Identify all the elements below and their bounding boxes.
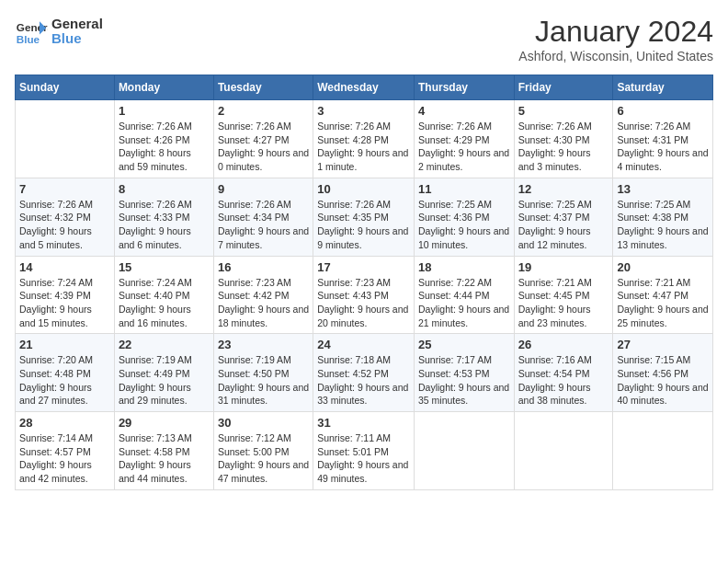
calendar-cell: 20Sunrise: 7:21 AMSunset: 4:47 PMDayligh… — [613, 256, 713, 334]
day-number: 13 — [617, 182, 709, 196]
day-number: 3 — [317, 104, 410, 118]
header: General Blue General Blue January 2024 A… — [15, 15, 713, 63]
day-info: Sunrise: 7:26 AMSunset: 4:31 PMDaylight:… — [617, 120, 709, 174]
day-number: 28 — [19, 416, 110, 430]
day-info: Sunrise: 7:26 AMSunset: 4:28 PMDaylight:… — [317, 120, 410, 174]
day-info: Sunrise: 7:18 AMSunset: 4:52 PMDaylight:… — [317, 353, 410, 408]
calendar-cell: 28Sunrise: 7:14 AMSunset: 4:57 PMDayligh… — [16, 412, 115, 490]
day-info: Sunrise: 7:26 AMSunset: 4:33 PMDaylight:… — [119, 198, 210, 252]
location-title: Ashford, Wisconsin, United States — [518, 49, 713, 63]
day-number: 29 — [119, 416, 210, 430]
day-number: 31 — [317, 416, 410, 430]
day-number: 10 — [317, 182, 410, 196]
day-number: 14 — [19, 260, 110, 274]
day-info: Sunrise: 7:16 AMSunset: 4:54 PMDaylight:… — [518, 353, 609, 408]
day-number: 24 — [317, 338, 410, 351]
calendar-cell: 17Sunrise: 7:23 AMSunset: 4:43 PMDayligh… — [313, 256, 415, 334]
day-info: Sunrise: 7:14 AMSunset: 4:57 PMDaylight:… — [19, 431, 110, 486]
day-number: 9 — [218, 182, 309, 196]
day-header-sunday: Sunday — [16, 75, 115, 100]
day-number: 6 — [617, 104, 709, 118]
calendar-cell: 23Sunrise: 7:19 AMSunset: 4:50 PMDayligh… — [213, 334, 313, 412]
day-info: Sunrise: 7:24 AMSunset: 4:40 PMDaylight:… — [119, 276, 210, 330]
day-number: 19 — [518, 260, 609, 274]
calendar-cell — [414, 412, 514, 490]
day-number: 16 — [218, 260, 309, 274]
day-number: 20 — [617, 260, 709, 274]
day-info: Sunrise: 7:24 AMSunset: 4:39 PMDaylight:… — [19, 276, 110, 330]
day-number: 27 — [617, 338, 709, 351]
day-number: 12 — [518, 182, 609, 196]
logo-icon: General Blue — [15, 15, 48, 48]
day-info: Sunrise: 7:15 AMSunset: 4:56 PMDaylight:… — [617, 353, 709, 408]
day-number: 23 — [218, 338, 309, 351]
day-info: Sunrise: 7:17 AMSunset: 4:53 PMDaylight:… — [418, 353, 510, 408]
calendar-cell: 21Sunrise: 7:20 AMSunset: 4:48 PMDayligh… — [16, 334, 115, 412]
day-number: 7 — [19, 182, 110, 196]
logo-general: General — [51, 17, 103, 32]
calendar-cell: 30Sunrise: 7:12 AMSunset: 5:00 PMDayligh… — [213, 412, 313, 490]
day-number: 25 — [418, 338, 510, 351]
calendar-cell: 1Sunrise: 7:26 AMSunset: 4:26 PMDaylight… — [114, 100, 213, 178]
day-header-saturday: Saturday — [613, 75, 713, 100]
calendar-cell: 11Sunrise: 7:25 AMSunset: 4:36 PMDayligh… — [414, 178, 514, 256]
week-row-1: 1Sunrise: 7:26 AMSunset: 4:26 PMDaylight… — [16, 100, 713, 178]
calendar-cell: 3Sunrise: 7:26 AMSunset: 4:28 PMDaylight… — [313, 100, 415, 178]
calendar-cell: 16Sunrise: 7:23 AMSunset: 4:42 PMDayligh… — [213, 256, 313, 334]
day-info: Sunrise: 7:19 AMSunset: 4:50 PMDaylight:… — [218, 353, 309, 408]
week-row-5: 28Sunrise: 7:14 AMSunset: 4:57 PMDayligh… — [16, 412, 713, 490]
day-info: Sunrise: 7:22 AMSunset: 4:44 PMDaylight:… — [418, 276, 510, 330]
day-number: 30 — [218, 416, 309, 430]
day-info: Sunrise: 7:23 AMSunset: 4:42 PMDaylight:… — [218, 276, 309, 330]
day-info: Sunrise: 7:19 AMSunset: 4:49 PMDaylight:… — [119, 353, 210, 408]
day-header-friday: Friday — [514, 75, 613, 100]
day-info: Sunrise: 7:11 AMSunset: 5:01 PMDaylight:… — [317, 431, 410, 486]
calendar-cell: 24Sunrise: 7:18 AMSunset: 4:52 PMDayligh… — [313, 334, 415, 412]
calendar-cell: 19Sunrise: 7:21 AMSunset: 4:45 PMDayligh… — [514, 256, 613, 334]
day-info: Sunrise: 7:20 AMSunset: 4:48 PMDaylight:… — [19, 353, 110, 408]
day-info: Sunrise: 7:12 AMSunset: 5:00 PMDaylight:… — [218, 431, 309, 486]
calendar-cell — [16, 100, 115, 178]
day-number: 11 — [418, 182, 510, 196]
day-info: Sunrise: 7:23 AMSunset: 4:43 PMDaylight:… — [317, 276, 410, 330]
calendar-cell: 22Sunrise: 7:19 AMSunset: 4:49 PMDayligh… — [114, 334, 213, 412]
day-info: Sunrise: 7:21 AMSunset: 4:47 PMDaylight:… — [617, 276, 709, 330]
day-number: 18 — [418, 260, 510, 274]
calendar-cell: 25Sunrise: 7:17 AMSunset: 4:53 PMDayligh… — [414, 334, 514, 412]
day-info: Sunrise: 7:13 AMSunset: 4:58 PMDaylight:… — [119, 431, 210, 486]
week-row-2: 7Sunrise: 7:26 AMSunset: 4:32 PMDaylight… — [16, 178, 713, 256]
calendar-cell — [613, 412, 713, 490]
logo: General Blue General Blue — [15, 15, 103, 48]
day-info: Sunrise: 7:26 AMSunset: 4:34 PMDaylight:… — [218, 198, 309, 252]
calendar-cell: 8Sunrise: 7:26 AMSunset: 4:33 PMDaylight… — [114, 178, 213, 256]
day-info: Sunrise: 7:25 AMSunset: 4:36 PMDaylight:… — [418, 198, 510, 252]
day-info: Sunrise: 7:21 AMSunset: 4:45 PMDaylight:… — [518, 276, 609, 330]
calendar-cell: 14Sunrise: 7:24 AMSunset: 4:39 PMDayligh… — [16, 256, 115, 334]
calendar-cell: 5Sunrise: 7:26 AMSunset: 4:30 PMDaylight… — [514, 100, 613, 178]
calendar-cell: 13Sunrise: 7:25 AMSunset: 4:38 PMDayligh… — [613, 178, 713, 256]
day-header-monday: Monday — [114, 75, 213, 100]
calendar-cell: 7Sunrise: 7:26 AMSunset: 4:32 PMDaylight… — [16, 178, 115, 256]
calendar-cell: 10Sunrise: 7:26 AMSunset: 4:35 PMDayligh… — [313, 178, 415, 256]
day-number: 22 — [119, 338, 210, 351]
day-number: 17 — [317, 260, 410, 274]
calendar-cell: 26Sunrise: 7:16 AMSunset: 4:54 PMDayligh… — [514, 334, 613, 412]
day-info: Sunrise: 7:26 AMSunset: 4:32 PMDaylight:… — [19, 198, 110, 252]
calendar-cell: 29Sunrise: 7:13 AMSunset: 4:58 PMDayligh… — [114, 412, 213, 490]
calendar-cell — [514, 412, 613, 490]
day-info: Sunrise: 7:26 AMSunset: 4:26 PMDaylight:… — [119, 120, 210, 174]
day-info: Sunrise: 7:25 AMSunset: 4:37 PMDaylight:… — [518, 198, 609, 252]
week-row-4: 21Sunrise: 7:20 AMSunset: 4:48 PMDayligh… — [16, 334, 713, 412]
day-info: Sunrise: 7:26 AMSunset: 4:29 PMDaylight:… — [418, 120, 510, 174]
week-row-3: 14Sunrise: 7:24 AMSunset: 4:39 PMDayligh… — [16, 256, 713, 334]
svg-text:Blue: Blue — [17, 33, 40, 45]
day-header-thursday: Thursday — [414, 75, 514, 100]
day-number: 4 — [418, 104, 510, 118]
calendar-cell: 15Sunrise: 7:24 AMSunset: 4:40 PMDayligh… — [114, 256, 213, 334]
day-number: 2 — [218, 104, 309, 118]
calendar-cell: 4Sunrise: 7:26 AMSunset: 4:29 PMDaylight… — [414, 100, 514, 178]
calendar-cell: 6Sunrise: 7:26 AMSunset: 4:31 PMDaylight… — [613, 100, 713, 178]
day-number: 1 — [119, 104, 210, 118]
day-number: 5 — [518, 104, 609, 118]
day-info: Sunrise: 7:26 AMSunset: 4:30 PMDaylight:… — [518, 120, 609, 174]
